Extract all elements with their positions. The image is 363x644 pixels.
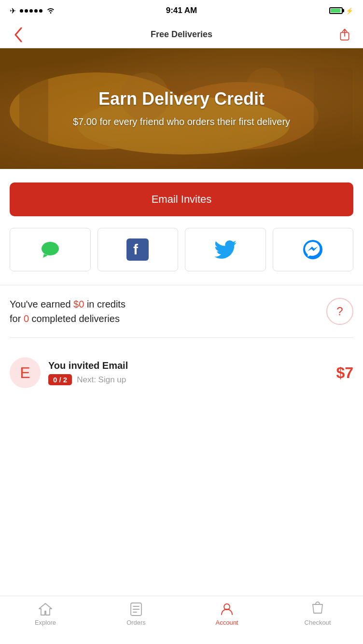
tab-orders[interactable]: Orders [91, 602, 182, 626]
invited-avatar-letter: E [20, 364, 30, 382]
dot3 [29, 9, 33, 13]
credits-for: for [10, 313, 24, 324]
dot2 [25, 9, 28, 13]
twitter-share-button[interactable] [185, 228, 266, 271]
invited-section: E You invited Email 0 / 2 Next: Sign up … [10, 350, 353, 400]
orders-icon [129, 602, 143, 616]
account-icon [220, 602, 234, 616]
status-time: 9:41 AM [166, 6, 197, 15]
status-right: ⚡ [329, 7, 353, 14]
charging-icon: ⚡ [346, 7, 353, 14]
messenger-share-button[interactable] [273, 228, 354, 271]
svg-text:f: f [133, 241, 139, 257]
dot5 [39, 9, 42, 13]
hero-content: Earn Delivery Credit $7.00 for every fri… [73, 89, 290, 128]
status-left: ✈ [10, 6, 55, 15]
credits-section: You've earned $0 in credits for 0 comple… [10, 297, 353, 338]
progress-badge: 0 / 2 [48, 374, 72, 385]
tab-explore[interactable]: Explore [0, 602, 91, 626]
help-button[interactable]: ? [326, 298, 353, 325]
social-buttons-row: f [10, 228, 353, 271]
airplane-icon: ✈ [10, 6, 16, 15]
explore-icon [38, 602, 53, 616]
dot4 [34, 9, 38, 13]
svg-rect-5 [19, 77, 48, 154]
hero-subtitle: $7.00 for every friend who orders their … [73, 115, 290, 128]
next-step-label: Next: Sign up [77, 375, 126, 385]
help-question-mark: ? [336, 305, 343, 318]
invited-title: You invited Email [48, 360, 336, 371]
header-title: Free Deliveries [151, 29, 212, 40]
header: Free Deliveries [0, 21, 363, 48]
explore-label: Explore [35, 619, 56, 626]
battery-icon [329, 7, 343, 14]
credits-suffix: completed deliveries [29, 313, 120, 324]
invited-progress-row: 0 / 2 Next: Sign up [48, 374, 336, 385]
credits-middle: in credits [84, 299, 126, 309]
credits-amount: $0 [73, 299, 84, 309]
tab-bar: Explore Orders Account [0, 596, 363, 644]
checkout-label: Checkout [305, 619, 331, 626]
credits-count: 0 [24, 313, 29, 324]
svg-point-9 [42, 242, 59, 255]
tab-account[interactable]: Account [182, 602, 272, 626]
signal-dots [20, 9, 42, 13]
credits-prefix: You've earned [10, 299, 73, 309]
credits-line2: for 0 completed deliveries [10, 311, 126, 326]
wifi-icon [46, 7, 55, 15]
share-button[interactable] [334, 24, 355, 45]
back-button[interactable] [8, 24, 29, 45]
credits-line1: You've earned $0 in credits [10, 297, 126, 311]
dot1 [20, 9, 23, 13]
hero-title: Earn Delivery Credit [73, 89, 290, 109]
email-invites-button[interactable]: Email Invites [10, 182, 353, 216]
battery-fill [331, 9, 340, 13]
hero-banner: Earn Delivery Credit $7.00 for every fri… [0, 48, 363, 169]
checkout-icon [310, 602, 325, 616]
svg-rect-6 [314, 68, 352, 150]
main-content: Email Invites f [0, 169, 363, 409]
invited-info: You invited Email 0 / 2 Next: Sign up [48, 360, 336, 385]
status-bar: ✈ 9:41 AM ⚡ [0, 0, 363, 21]
facebook-share-button[interactable]: f [98, 228, 179, 271]
credits-text-block: You've earned $0 in credits for 0 comple… [10, 297, 126, 326]
orders-label: Orders [126, 619, 146, 626]
invited-reward: $7 [336, 364, 353, 382]
tab-checkout[interactable]: Checkout [272, 602, 363, 626]
divider-1 [0, 285, 363, 285]
invited-avatar: E [10, 357, 41, 388]
account-label: Account [216, 619, 238, 626]
messages-share-button[interactable] [10, 228, 91, 271]
